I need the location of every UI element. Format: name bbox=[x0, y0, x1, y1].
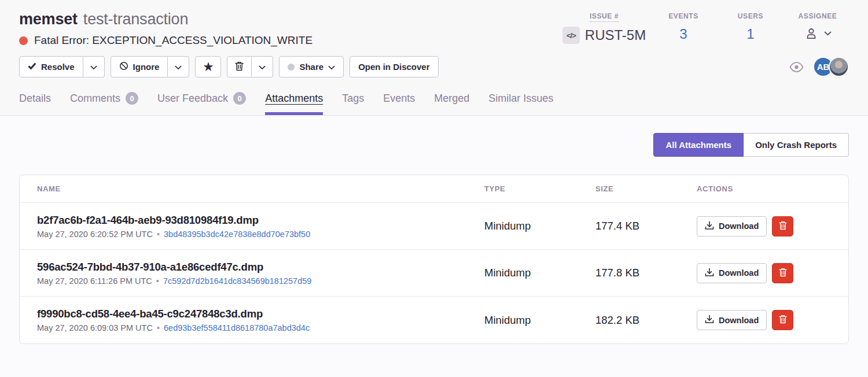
download-icon bbox=[705, 315, 714, 326]
issue-stats: ISSUE # </> RUST-5M EVENTS 3 USERS 1 ASS… bbox=[561, 10, 849, 44]
attachments-panel: All Attachments Only Crash Reports NAME … bbox=[0, 116, 868, 344]
attachment-date: May 27, 2020 6:20:52 PM UTC bbox=[37, 230, 153, 239]
resolve-label: Resolve bbox=[41, 62, 75, 72]
download-button[interactable]: Download bbox=[697, 310, 767, 330]
download-button[interactable]: Download bbox=[697, 263, 767, 283]
chevron-down-icon bbox=[175, 62, 182, 72]
attachment-filename: f9990bc8-cd58-4ee4-ba45-c9c247848c3d.dmp bbox=[37, 308, 484, 320]
trash-icon bbox=[779, 221, 787, 232]
tab-events[interactable]: Events bbox=[383, 92, 415, 115]
check-icon bbox=[28, 62, 36, 72]
mute-icon bbox=[119, 61, 128, 72]
events-label: EVENTS bbox=[668, 12, 698, 21]
transaction-name: test-transaction bbox=[83, 10, 188, 28]
chevron-down-icon bbox=[90, 62, 97, 72]
users-count[interactable]: 1 bbox=[719, 26, 782, 42]
events-count[interactable]: 3 bbox=[652, 26, 715, 42]
event-id-link[interactable]: 6ed93b3ef558411d8618780a7abd3d4c bbox=[164, 323, 310, 332]
feedback-count-badge: 0 bbox=[233, 92, 246, 105]
trash-icon bbox=[235, 61, 244, 73]
tab-comments[interactable]: Comments0 bbox=[70, 92, 138, 115]
column-type: TYPE bbox=[484, 184, 595, 193]
issue-number-label: ISSUE # bbox=[590, 12, 619, 22]
delete-attachment-button[interactable] bbox=[772, 263, 793, 283]
person-icon bbox=[804, 26, 819, 41]
table-row: b2f7ac6b-f2a1-464b-aeb9-93d810984f19.dmp… bbox=[20, 203, 848, 250]
error-level-dot bbox=[19, 36, 28, 45]
attachment-cell: b2f7ac6b-f2a1-464b-aeb9-93d810984f19.dmp… bbox=[37, 214, 484, 239]
attachment-size: 182.2 KB bbox=[595, 314, 697, 327]
tab-user-feedback[interactable]: User Feedback0 bbox=[157, 92, 246, 115]
delete-dropdown-button[interactable] bbox=[252, 56, 273, 77]
stat-issue-number: ISSUE # </> RUST-5M bbox=[561, 10, 648, 44]
attachment-filter: All Attachments Only Crash Reports bbox=[19, 133, 849, 157]
event-id-link[interactable]: 7c592d7d2b1641dc834569b181257d59 bbox=[163, 276, 311, 286]
tab-merged[interactable]: Merged bbox=[434, 92, 469, 115]
assignee-label: ASSIGNEE bbox=[799, 12, 837, 21]
share-button[interactable]: Share bbox=[279, 56, 344, 77]
column-size: SIZE bbox=[595, 184, 697, 193]
delete-issue-button[interactable] bbox=[227, 56, 252, 77]
attachment-date: May 27, 2020 6:11:26 PM UTC bbox=[37, 276, 152, 286]
page-title: memsettest-transaction bbox=[19, 10, 312, 28]
download-icon bbox=[705, 268, 714, 279]
code-icon: </> bbox=[562, 27, 580, 44]
attachment-size: 177.8 KB bbox=[595, 267, 697, 279]
download-icon bbox=[705, 221, 714, 232]
ignore-button[interactable]: Ignore bbox=[111, 56, 168, 77]
tab-similar-issues[interactable]: Similar Issues bbox=[488, 92, 553, 115]
issue-toolbar: Resolve Ignore ★ bbox=[19, 56, 849, 77]
download-label: Download bbox=[719, 268, 759, 278]
resolve-button[interactable]: Resolve bbox=[19, 56, 83, 77]
users-label: USERS bbox=[738, 12, 763, 21]
issue-short-id: RUST-5M bbox=[585, 27, 646, 43]
star-icon: ★ bbox=[203, 61, 213, 72]
open-in-discover-button[interactable]: Open in Discover bbox=[350, 56, 438, 77]
column-name: NAME bbox=[37, 184, 484, 193]
assignee-selector[interactable] bbox=[786, 26, 849, 41]
table-row: 596ac524-7bbd-4b37-910a-a1e86cedf47c.dmp… bbox=[20, 250, 848, 297]
delete-attachment-button[interactable] bbox=[772, 216, 793, 236]
trash-icon bbox=[779, 268, 787, 279]
filter-only-crash-reports-button[interactable]: Only Crash Reports bbox=[744, 133, 849, 157]
culprit-function: memset bbox=[19, 10, 78, 28]
attachment-filename: 596ac524-7bbd-4b37-910a-a1e86cedf47c.dmp bbox=[37, 261, 484, 273]
table-row: f9990bc8-cd58-4ee4-ba45-c9c247848c3d.dmp… bbox=[20, 297, 848, 343]
resolve-dropdown-button[interactable] bbox=[83, 56, 105, 77]
column-actions: ACTIONS bbox=[697, 184, 831, 193]
attachment-type: Minidump bbox=[484, 267, 595, 279]
share-label: Share bbox=[299, 62, 323, 72]
error-message: Fatal Error: EXCEPTION_ACCESS_VIOLATION_… bbox=[34, 34, 312, 47]
stat-assignee: ASSIGNEE bbox=[786, 10, 849, 44]
participant-avatar-photo[interactable] bbox=[829, 57, 849, 77]
stat-events: EVENTS 3 bbox=[652, 10, 715, 44]
chevron-down-icon bbox=[824, 31, 832, 36]
issue-title-block: memsettest-transaction Fatal Error: EXCE… bbox=[19, 10, 312, 47]
ignore-dropdown-button[interactable] bbox=[168, 56, 189, 77]
share-status-dot bbox=[288, 64, 295, 71]
attachment-type: Minidump bbox=[484, 314, 595, 327]
ignore-label: Ignore bbox=[133, 62, 160, 72]
issue-tabs: Details Comments0 User Feedback0 Attachm… bbox=[19, 92, 849, 115]
table-header: NAME TYPE SIZE ACTIONS bbox=[20, 175, 848, 203]
chevron-down-icon bbox=[259, 62, 266, 72]
issue-header: memsettest-transaction Fatal Error: EXCE… bbox=[0, 0, 868, 116]
tab-attachments[interactable]: Attachments bbox=[265, 92, 323, 115]
attachment-date: May 27, 2020 6:09:03 PM UTC bbox=[37, 323, 153, 332]
stat-users: USERS 1 bbox=[719, 10, 782, 44]
download-label: Download bbox=[719, 221, 759, 231]
event-id-link[interactable]: 3bd48395b3dc42e7838e8dd70e73bf50 bbox=[164, 230, 310, 239]
attachments-table: NAME TYPE SIZE ACTIONS b2f7ac6b-f2a1-464… bbox=[19, 175, 849, 344]
filter-all-attachments-button[interactable]: All Attachments bbox=[653, 133, 744, 157]
subscribe-eye-icon[interactable] bbox=[789, 62, 804, 72]
comments-count-badge: 0 bbox=[126, 92, 138, 105]
tab-tags[interactable]: Tags bbox=[342, 92, 364, 115]
attachment-size: 177.4 KB bbox=[595, 220, 697, 232]
attachment-type: Minidump bbox=[484, 220, 595, 232]
download-button[interactable]: Download bbox=[697, 216, 767, 236]
attachment-cell: 596ac524-7bbd-4b37-910a-a1e86cedf47c.dmp… bbox=[37, 261, 484, 286]
bookmark-star-button[interactable]: ★ bbox=[195, 56, 221, 77]
tab-details[interactable]: Details bbox=[19, 92, 51, 115]
download-label: Download bbox=[719, 316, 759, 325]
delete-attachment-button[interactable] bbox=[772, 310, 793, 330]
